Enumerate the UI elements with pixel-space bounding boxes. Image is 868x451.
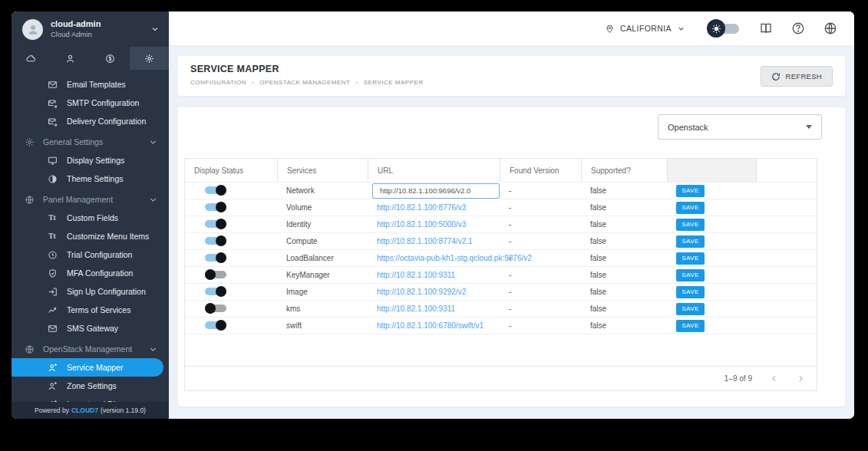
sidebar-item-trial-configuration[interactable]: Trial Configuration	[12, 245, 169, 264]
breadcrumb-item[interactable]: CONFIGURATION	[190, 79, 246, 86]
url-link[interactable]: http://10.82.1.100:9311	[377, 271, 455, 279]
display-status-toggle[interactable]	[205, 202, 226, 212]
service-name: kms	[286, 305, 300, 313]
display-status-toggle[interactable]	[205, 303, 226, 314]
refresh-button[interactable]: REFRESH	[761, 66, 833, 87]
footer-prefix: Powered by	[35, 407, 69, 414]
sun-icon	[707, 19, 725, 38]
help-button[interactable]	[791, 21, 805, 35]
theme-toggle[interactable]	[707, 19, 741, 38]
region-selector[interactable]: CALIFORNIA	[605, 24, 685, 34]
user-role: Cloud Admin	[51, 30, 101, 39]
found-version-cell: -	[500, 220, 581, 229]
display-status-toggle[interactable]	[205, 320, 226, 331]
chevron-down-icon	[677, 25, 685, 33]
found-version-cell: -	[500, 237, 581, 245]
chevron-down-icon	[148, 137, 158, 147]
sidebar-group-general-settings[interactable]: General Settings	[12, 133, 169, 151]
supported-value: false	[590, 271, 606, 279]
sidebar-item-mfa-configuration[interactable]: MFA Configuration	[12, 264, 169, 282]
column-header-label: URL	[378, 166, 393, 175]
save-button[interactable]: SAVE	[676, 202, 705, 214]
footer-brand-link[interactable]: CLOUD7	[71, 407, 98, 414]
pagination-next-button[interactable]	[796, 374, 806, 384]
save-button[interactable]: SAVE	[676, 185, 705, 197]
sidebar-item-sign-up-configuration[interactable]: Sign Up Configuration	[12, 282, 169, 301]
sidebar-item-delivery-configuration[interactable]: Delivery Configuration	[12, 112, 169, 130]
sidebar-item-sms-gateway[interactable]: SMS Gateway	[12, 319, 169, 337]
sidebar-item-email-templates[interactable]: Email Templates	[12, 75, 169, 94]
save-button[interactable]: SAVE	[676, 286, 705, 298]
service-name: swift	[286, 321, 302, 330]
save-button[interactable]: SAVE	[676, 219, 705, 231]
column-header-label: Supported?	[591, 166, 631, 175]
url-link[interactable]: http://10.82.1.100:9292/v2	[377, 288, 466, 296]
display-status-cell	[185, 202, 277, 214]
url-cell: http://10.82.1.100:5000/v3	[368, 220, 500, 229]
table-row: kmshttp://10.82.1.100:9311-falseSAVE	[185, 300, 817, 317]
sidebar-item-theme-settings[interactable]: Theme Settings	[12, 170, 169, 188]
platform-select[interactable]: Openstack	[658, 114, 822, 140]
display-status-toggle[interactable]	[205, 219, 226, 229]
chevron-right-icon	[796, 374, 806, 384]
supported-cell: false	[581, 220, 667, 229]
breadcrumb-item[interactable]: SERVICE MAPPER	[364, 79, 424, 86]
url-link[interactable]: http://10.82.1.100:5000/v3	[377, 220, 466, 229]
display-status-toggle[interactable]	[205, 269, 226, 280]
breadcrumb-separator: ›	[356, 79, 358, 86]
breadcrumb-item[interactable]: OPENSTACK MANAGEMENT	[259, 79, 350, 86]
region-label: CALIFORNIA	[620, 24, 672, 33]
pagination: 1–9 of 9	[185, 366, 817, 390]
sidebar-item-customize-menu-items[interactable]: TtCustomize Menu Items	[12, 227, 169, 245]
shield-icon	[47, 268, 58, 278]
supported-cell: false	[581, 288, 667, 296]
save-button[interactable]: SAVE	[676, 252, 705, 265]
sidebar-item-zone-settings[interactable]: Zone Settings	[12, 377, 169, 395]
sidebar-item-terms-of-services[interactable]: Terms of Services	[12, 301, 169, 319]
supported-value: false	[590, 237, 606, 245]
sidebar-group-openstack-management[interactable]: OpenStack Management	[12, 340, 169, 358]
url-link[interactable]: http://10.82.1.100:9311	[377, 305, 455, 313]
sidebar-tab-user[interactable]	[51, 47, 90, 70]
display-status-toggle[interactable]	[205, 286, 226, 297]
sidebar-item-smtp-configuration[interactable]: SMTP Configuration	[12, 94, 169, 112]
save-button[interactable]: SAVE	[676, 320, 705, 332]
sidebar-item-display-settings[interactable]: Display Settings	[12, 151, 169, 170]
column-header-label: Found Version	[510, 166, 559, 175]
language-button[interactable]	[823, 21, 837, 35]
save-button[interactable]: SAVE	[676, 269, 705, 281]
save-button[interactable]: SAVE	[676, 235, 705, 248]
display-status-toggle[interactable]	[205, 252, 226, 263]
service-name-cell: kms	[277, 305, 368, 313]
display-status-toggle[interactable]	[205, 235, 226, 246]
action-cell: SAVE	[667, 269, 756, 281]
docs-button[interactable]	[759, 21, 773, 35]
sidebar-tab-dollar[interactable]	[91, 47, 130, 70]
display-status-cell	[185, 219, 277, 231]
chevron-down-icon	[148, 344, 158, 354]
table-row: Identityhttp://10.82.1.100:5000/v3-false…	[185, 216, 817, 232]
save-button[interactable]: SAVE	[676, 303, 705, 315]
url-link[interactable]: http://10.82.1.100:6780/swift/v1	[377, 321, 484, 330]
found-version-cell: -	[500, 186, 581, 195]
topbar: CALIFORNIA	[169, 12, 854, 46]
sidebar-group-panel-management[interactable]: Panel Management	[12, 190, 169, 209]
sidebar-item-service-mapper[interactable]: Service Mapper	[12, 358, 163, 377]
url-link[interactable]: http://10.82.1.100:8776/v3	[377, 203, 466, 212]
sidebar-tab-gear[interactable]	[130, 47, 169, 70]
url-cell	[368, 183, 500, 199]
sidebar-item-label: Customize Menu Items	[67, 232, 149, 241]
pagination-prev-button[interactable]	[769, 374, 779, 384]
sidebar-item-import-and-discovery[interactable]: Import and Discovery	[12, 395, 169, 402]
sidebar-item-label: Delivery Configuration	[67, 117, 146, 126]
sidebar-tab-cloud[interactable]	[12, 47, 51, 70]
url-link[interactable]: http://10.82.1.100:8774/v2.1	[377, 237, 473, 245]
question-circle-icon	[791, 21, 805, 35]
url-input[interactable]	[372, 183, 500, 199]
display-status-toggle[interactable]	[205, 185, 226, 196]
sidebar-item-label: Theme Settings	[67, 174, 124, 183]
dollar-icon	[105, 54, 115, 64]
sidebar-item-custom-fields[interactable]: TtCustom Fields	[12, 209, 169, 227]
user-menu[interactable]: cloud-admin Cloud Admin	[12, 12, 169, 47]
table-empty-space	[185, 334, 817, 366]
